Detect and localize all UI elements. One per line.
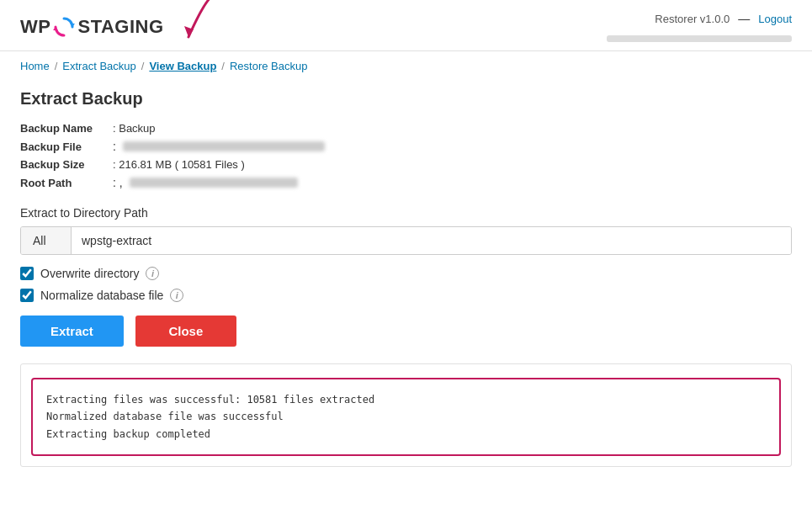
breadcrumb-restore-backup[interactable]: Restore Backup xyxy=(230,60,308,72)
breadcrumb-home[interactable]: Home xyxy=(20,60,50,72)
extract-dir-label: Extract to Directory Path xyxy=(20,206,792,220)
breadcrumb-view-backup[interactable]: View Backup xyxy=(149,60,216,72)
log-line-3: Extracting backup completed xyxy=(46,426,766,443)
overwrite-label: Overwrite directory xyxy=(40,267,139,280)
backup-file-colon: : xyxy=(113,140,116,153)
header-info: Restorer v1.0.0 — Logout xyxy=(655,12,792,25)
logo-icon xyxy=(52,15,76,39)
logo: WP STAGING xyxy=(20,15,164,39)
backup-info-table: Backup Name : Backup Backup File : Backu… xyxy=(20,122,792,189)
button-row: Extract Close xyxy=(20,316,792,347)
header-separator: — xyxy=(738,12,750,25)
log-line-2: Normalized database file was successful xyxy=(46,408,766,425)
svg-marker-0 xyxy=(70,24,75,27)
overwrite-info-icon: i xyxy=(146,267,159,280)
log-container: Extracting files was successful: 10581 f… xyxy=(31,378,781,456)
backup-file-value-blurred xyxy=(123,141,325,151)
logo-wp: WP xyxy=(20,16,50,38)
breadcrumb-sep-2: / xyxy=(141,60,145,72)
backup-root-value-blurred xyxy=(130,178,298,188)
normalize-info-icon: i xyxy=(170,289,183,302)
main-content: Extract Backup Backup Name : Backup Back… xyxy=(0,81,812,487)
backup-size-label: Backup Size xyxy=(20,158,113,171)
normalize-checkbox-row: Normalize database file i xyxy=(20,289,792,302)
breadcrumb-section: Home / Extract Backup / View Backup / Re… xyxy=(0,51,812,81)
page-wrapper: WP STAGING Restorer v1.0.0 — Logout xyxy=(0,0,812,525)
restorer-version: Restorer v1.0.0 xyxy=(655,13,730,25)
backup-root-row: Root Path : , xyxy=(20,176,792,189)
breadcrumb-sep-1: / xyxy=(55,60,58,72)
log-outer: Extracting files was successful: 10581 f… xyxy=(20,363,792,467)
normalize-label: Normalize database file xyxy=(40,289,163,302)
directory-input[interactable] xyxy=(72,227,791,254)
backup-file-row: Backup File : xyxy=(20,140,792,153)
backup-name-row: Backup Name : Backup xyxy=(20,122,792,135)
backup-file-label: Backup File xyxy=(20,141,113,153)
overwrite-checkbox-row: Overwrite directory i xyxy=(20,267,792,280)
extract-button[interactable]: Extract xyxy=(20,316,124,347)
backup-name-label: Backup Name xyxy=(20,122,113,135)
svg-marker-1 xyxy=(53,27,58,30)
backup-size-row: Backup Size : 216.81 MB ( 10581 Files ) xyxy=(20,158,792,171)
overwrite-checkbox[interactable] xyxy=(20,267,34,280)
page-title: Extract Backup xyxy=(20,89,792,109)
directory-input-row: All xyxy=(20,226,792,255)
logout-link[interactable]: Logout xyxy=(758,13,792,25)
close-button[interactable]: Close xyxy=(135,316,236,347)
normalize-checkbox[interactable] xyxy=(20,289,34,302)
backup-root-colon: : , xyxy=(113,176,123,189)
header-progress-bar xyxy=(607,35,792,42)
logo-staging: STAGING xyxy=(77,16,163,38)
header-right: Restorer v1.0.0 — Logout xyxy=(607,12,792,42)
backup-name-value: : Backup xyxy=(113,122,156,135)
directory-prefix: All xyxy=(21,227,72,254)
breadcrumb-extract-backup[interactable]: Extract Backup xyxy=(62,60,135,72)
backup-root-label: Root Path xyxy=(20,177,113,189)
backup-size-value: : 216.81 MB ( 10581 Files ) xyxy=(113,158,245,171)
header: WP STAGING Restorer v1.0.0 — Logout xyxy=(0,0,812,51)
breadcrumb-sep-3: / xyxy=(221,60,225,72)
log-line-1: Extracting files was successful: 10581 f… xyxy=(46,391,766,408)
breadcrumb: Home / Extract Backup / View Backup / Re… xyxy=(0,51,812,81)
